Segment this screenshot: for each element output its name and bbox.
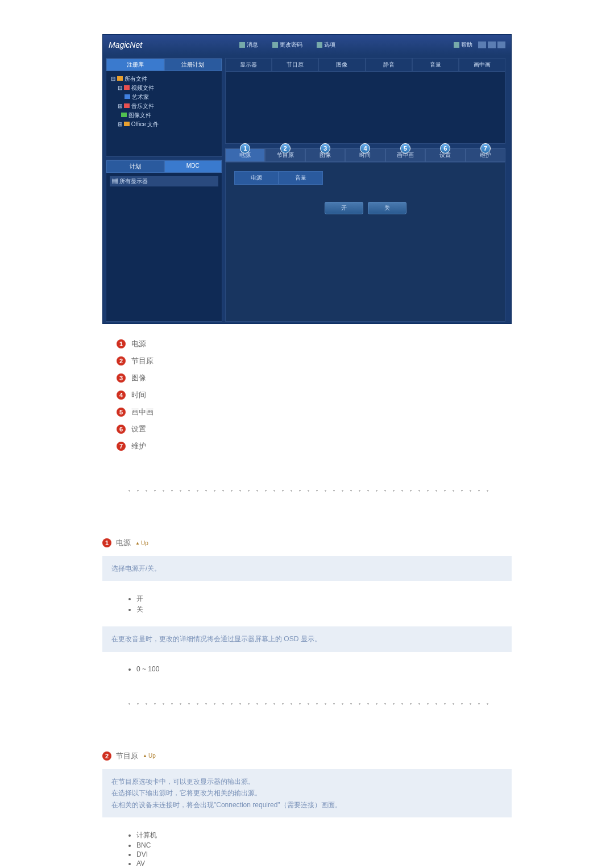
tree-music[interactable]: ⊞ 音乐文件	[111, 102, 217, 111]
ss-content-panel: 电源 音量 开 关	[225, 162, 505, 322]
nav-source[interactable]: 2节目原	[265, 148, 305, 162]
separator-icon	[125, 489, 489, 492]
toggle-off[interactable]: 关	[368, 202, 406, 214]
bullets-volume: 0 ~ 100	[102, 660, 512, 685]
num-badge-1-icon: 1	[102, 538, 111, 547]
col-image: 图像	[318, 58, 365, 72]
legend-item: 6设置	[117, 421, 512, 438]
ss-file-tree: ⊟ 所有文件 ⊟ 视频文件 艺术家 ⊞ 音乐文件 图像文件 ⊞ Office 文…	[106, 71, 222, 156]
ss-window-controls[interactable]	[478, 41, 505, 48]
info-line: 在选择以下输出源时，它将更改为相关的输出源。	[111, 787, 503, 799]
ss-hbtn-message[interactable]: 消息	[239, 41, 258, 49]
ss-tab-mdc[interactable]: MDC	[164, 160, 222, 173]
section-title: 电源	[116, 538, 131, 548]
ss-left-panel-library: 注册库 注册计划 ⊟ 所有文件 ⊟ 视频文件 艺术家 ⊞ 音乐文件 图像文件 ⊞…	[106, 58, 222, 157]
ss-grid-area	[225, 72, 505, 144]
ss-hbtn-password[interactable]: 更改密码	[272, 41, 302, 49]
toggle-on[interactable]: 开	[325, 202, 363, 214]
num-badge-4-icon: 4	[117, 391, 126, 400]
legend-item: 7维护	[117, 438, 512, 455]
bullet-on: 开	[136, 593, 512, 604]
badge-6-icon: 6	[440, 143, 450, 153]
ss-hbtn-options[interactable]: 选项	[317, 41, 335, 49]
info-box-source: 在节目原选项卡中，可以更改显示器的输出源。 在选择以下输出源时，它将更改为相关的…	[102, 769, 512, 817]
tree-office[interactable]: ⊞ Office 文件	[111, 120, 217, 129]
bullet-computer: 计算机	[136, 830, 512, 841]
bullet-av: AV	[136, 859, 512, 868]
nav-maintain[interactable]: 7维护	[466, 148, 505, 162]
ss-tab-schedule[interactable]: 注册计划	[164, 59, 222, 71]
num-badge-2-icon: 2	[117, 356, 126, 366]
badge-7-icon: 7	[480, 143, 491, 153]
num-badge-7-icon: 7	[117, 442, 126, 451]
num-badge-2-icon: 2	[102, 751, 111, 761]
tree-video[interactable]: ⊟ 视频文件	[111, 84, 217, 93]
up-link[interactable]: Up	[135, 540, 148, 546]
tree-all[interactable]: ⊟ 所有文件	[111, 74, 217, 84]
legend-item: 2节目原	[117, 352, 512, 369]
section-source-head: 2 节目原 Up	[102, 751, 512, 761]
info-line: 在节目原选项卡中，可以更改显示器的输出源。	[111, 776, 503, 787]
ss-tab-library[interactable]: 注册库	[106, 59, 164, 71]
ss-column-headers: 显示器 节目原 图像 静音 音量 画中画	[225, 58, 505, 72]
bullet-range: 0 ~ 100	[136, 665, 512, 674]
bullet-bnc: BNC	[136, 841, 512, 850]
nav-settings[interactable]: 6设置	[425, 148, 465, 162]
sub-tab-volume[interactable]: 音量	[279, 171, 323, 185]
app-screenshot: MagicNet 消息 更改密码 选项 帮助 注册库 注册计划 ⊟ 所有	[102, 34, 512, 324]
num-badge-1-icon: 1	[117, 339, 126, 348]
badge-3-icon: 3	[320, 143, 330, 153]
col-monitor: 显示器	[225, 58, 272, 72]
info-box-power-select: 选择电源开/关。	[102, 556, 512, 581]
num-badge-5-icon: 5	[117, 408, 126, 417]
ss-tab-plan[interactable]: 计划	[106, 160, 164, 173]
badge-2-icon: 2	[280, 143, 291, 153]
num-badge-3-icon: 3	[117, 373, 126, 383]
legend-list: 1电源 2节目原 3图像 4时间 5画中画 6设置 7维护	[117, 335, 512, 455]
col-source: 节目原	[272, 58, 318, 72]
ss-hbtn-help[interactable]: 帮助	[454, 41, 472, 49]
bullets-power: 开 关	[102, 589, 512, 626]
separator-icon	[125, 702, 489, 705]
nav-pip[interactable]: 5画中画	[385, 148, 425, 162]
legend-item: 4时间	[117, 387, 512, 404]
ss-monitor-all[interactable]: ▦ 所有显示器	[110, 176, 218, 186]
legend-item: 5画中画	[117, 404, 512, 421]
num-badge-6-icon: 6	[117, 425, 126, 434]
nav-power[interactable]: 1电源	[225, 148, 265, 162]
col-pip: 画中画	[459, 58, 505, 72]
up-link[interactable]: Up	[143, 753, 156, 759]
bullet-dvi: DVI	[136, 850, 512, 859]
col-mute: 静音	[366, 58, 412, 72]
ss-nav-tabs: 1电源 2节目原 3图像 4时间 5画中画 6设置 7维护	[225, 148, 505, 162]
nav-image[interactable]: 3图像	[305, 148, 345, 162]
nav-time[interactable]: 4时间	[345, 148, 385, 162]
badge-1-icon: 1	[240, 143, 250, 153]
section-power-head: 1 电源 Up	[102, 538, 512, 548]
bullets-source: 计算机 BNC DVI AV	[102, 825, 512, 868]
section-title: 节目原	[116, 751, 138, 761]
legend-item: 1电源	[117, 335, 512, 352]
col-volume: 音量	[412, 58, 459, 72]
badge-4-icon: 4	[360, 143, 370, 153]
sub-tab-power[interactable]: 电源	[234, 171, 279, 185]
bullet-off: 关	[136, 604, 512, 615]
ss-left-panel-mdc: 计划 MDC ▦ 所有显示器	[106, 160, 222, 322]
badge-5-icon: 5	[400, 143, 410, 153]
legend-item: 3图像	[117, 369, 512, 387]
ss-header: MagicNet 消息 更改密码 选项 帮助	[103, 35, 511, 55]
ss-logo: MagicNet	[109, 40, 222, 49]
tree-image[interactable]: 图像文件	[111, 111, 217, 120]
info-line: 在相关的设备未连接时，将会出现"Connection required"（需要连…	[111, 799, 503, 811]
tree-artist[interactable]: 艺术家	[111, 93, 217, 102]
info-box-volume-osd: 在更改音量时，更改的详细情况将会通过显示器屏幕上的 OSD 显示。	[102, 626, 512, 651]
